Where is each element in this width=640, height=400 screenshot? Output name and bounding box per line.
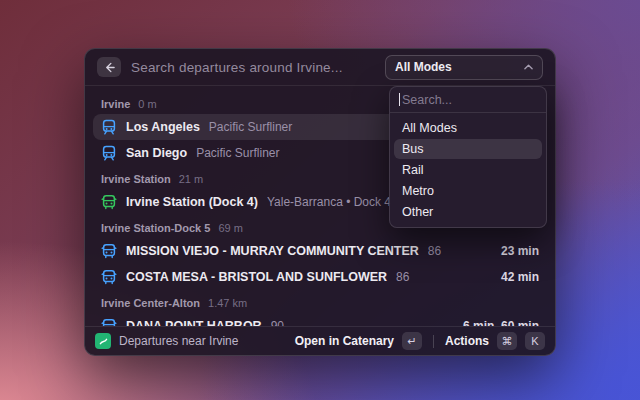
- item-eta: 6 min, 60 min: [463, 319, 539, 326]
- item-title: DANA POINT HARBOR: [126, 319, 262, 326]
- section-distance: 0 m: [138, 98, 156, 110]
- dropdown-search-placeholder: Search...: [402, 93, 452, 107]
- option-all-modes[interactable]: All Modes: [394, 118, 542, 138]
- section-title: Irvine: [101, 98, 130, 110]
- mode-select-value: All Modes: [395, 60, 524, 74]
- item-subtitle: 86: [396, 270, 492, 284]
- option-bus[interactable]: Bus: [394, 139, 542, 159]
- dropdown-search-field[interactable]: Search...: [390, 87, 546, 113]
- train-icon: [101, 145, 117, 161]
- open-in-catenary-button[interactable]: Open in Catenary: [295, 334, 394, 348]
- enter-key-badge: ↵: [402, 332, 422, 350]
- list-item[interactable]: DANA POINT HARBOR 90 6 min, 60 min: [93, 313, 547, 326]
- back-button[interactable]: [97, 57, 121, 77]
- option-rail[interactable]: Rail: [394, 160, 542, 180]
- mode-select-dropdown[interactable]: All Modes: [385, 55, 543, 80]
- item-eta: 42 min: [501, 270, 539, 284]
- command-palette-window: Search departures around Irvine... All M…: [84, 48, 556, 356]
- arrow-left-icon: [104, 62, 115, 73]
- bus-icon: [101, 318, 117, 326]
- item-title: MISSION VIEJO - MURRAY COMMUNITY CENTER: [126, 244, 419, 258]
- catenary-app-icon: [95, 333, 111, 349]
- search-header: Search departures around Irvine... All M…: [85, 49, 555, 86]
- section-distance: 21 m: [179, 173, 203, 185]
- actions-button[interactable]: Actions: [445, 334, 489, 348]
- chevron-up-icon: [524, 64, 533, 70]
- option-other[interactable]: Other: [394, 202, 542, 222]
- k-key-badge: K: [525, 332, 545, 350]
- command-key-badge: ⌘: [497, 332, 517, 350]
- bus-icon: [101, 194, 117, 210]
- section-title: Irvine Station-Dock 5: [101, 222, 210, 234]
- section-distance: 1.47 km: [208, 297, 247, 309]
- section-distance: 69 m: [218, 222, 242, 234]
- item-title: COSTA MESA - BRISTOL AND SUNFLOWER: [126, 270, 387, 284]
- bus-icon: [101, 243, 117, 259]
- action-bar: Departures near Irvine Open in Catenary …: [85, 326, 555, 355]
- option-metro[interactable]: Metro: [394, 181, 542, 201]
- item-subtitle: 90: [271, 319, 454, 326]
- item-title: Irvine Station (Dock 4): [126, 195, 258, 209]
- dropdown-options: All Modes Bus Rail Metro Other: [390, 113, 546, 227]
- footer-divider: [433, 335, 434, 348]
- section-title: Irvine Center-Alton: [101, 297, 200, 309]
- mode-dropdown-popup: Search... All Modes Bus Rail Metro Other: [389, 86, 547, 228]
- section-header: Irvine Center-Alton 1.47 km: [93, 292, 547, 313]
- search-input[interactable]: Search departures around Irvine...: [131, 60, 375, 75]
- footer-label: Departures near Irvine: [119, 334, 287, 348]
- section-title: Irvine Station: [101, 173, 171, 185]
- list-item[interactable]: MISSION VIEJO - MURRAY COMMUNITY CENTER …: [93, 238, 547, 264]
- item-title: Los Angeles: [126, 120, 200, 134]
- item-eta: 23 min: [501, 244, 539, 258]
- item-title: San Diego: [126, 146, 187, 160]
- item-subtitle: 86: [428, 244, 492, 258]
- train-icon: [101, 119, 117, 135]
- text-cursor: [399, 93, 400, 106]
- list-item[interactable]: COSTA MESA - BRISTOL AND SUNFLOWER 86 42…: [93, 264, 547, 290]
- bus-icon: [101, 269, 117, 285]
